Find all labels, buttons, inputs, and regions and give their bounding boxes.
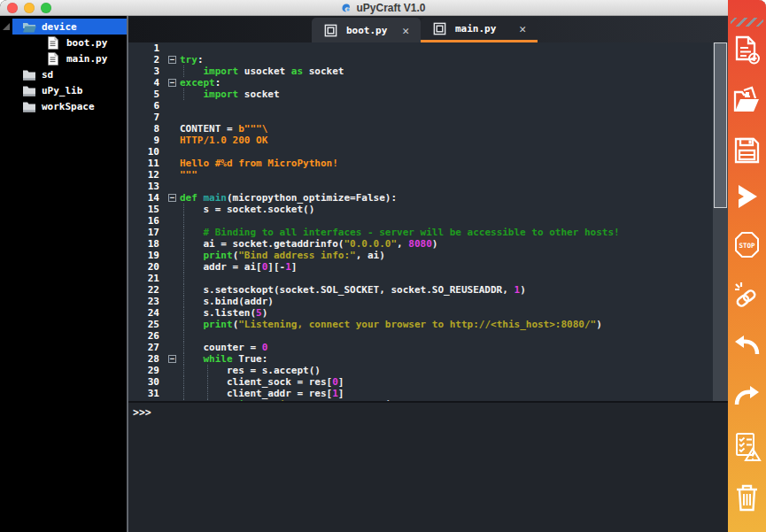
fold-marker-icon[interactable]: − [168, 79, 176, 87]
new-file-button[interactable] [732, 35, 762, 66]
line-number: 24 [128, 307, 166, 319]
code-line-24[interactable]: 24 s.listen(5) [128, 307, 728, 319]
editor-scrollbar[interactable] [713, 42, 728, 401]
redo-button[interactable] [732, 380, 762, 412]
sidebar-item-boot-py[interactable]: boot.py [0, 35, 127, 50]
line-number: 28 [128, 353, 166, 365]
code-line-1[interactable]: 1 [128, 42, 728, 54]
code-line-9[interactable]: 9HTTP/1.0 200 OK [128, 135, 728, 146]
traffic-lights [7, 3, 51, 13]
app-logo-icon [340, 2, 352, 13]
code-text: while True: [180, 353, 728, 365]
code-line-29[interactable]: 29 res = s.accept() [128, 365, 728, 376]
close-button[interactable] [7, 3, 18, 13]
code-line-26[interactable]: 26 [128, 330, 728, 342]
code-line-14[interactable]: 14−def main(micropython_optimize=False): [128, 192, 728, 204]
code-text: ai = socket.getaddrinfo("0.0.0.0", 8080) [180, 238, 728, 250]
line-number: 8 [128, 123, 166, 135]
fold-column: − [166, 54, 180, 66]
expand-caret-icon[interactable] [0, 23, 12, 30]
sidebar-item-uPy_lib[interactable]: uPy_lib [0, 82, 127, 98]
undo-button[interactable] [732, 329, 762, 361]
tree-row-body[interactable]: boot.py [12, 35, 127, 50]
code-line-28[interactable]: 28− while True: [128, 353, 728, 365]
tree-row-body[interactable]: workSpace [12, 98, 127, 114]
code-line-8[interactable]: 8CONTENT = b"""\ [128, 123, 728, 135]
code-line-7[interactable]: 7 [128, 112, 728, 123]
tab-label: main.py [455, 23, 496, 35]
code-line-2[interactable]: 2−try: [128, 54, 728, 66]
open-file-button[interactable] [732, 85, 762, 117]
repl-console[interactable]: >>> [128, 401, 728, 532]
code-line-10[interactable]: 10 [128, 146, 728, 158]
sidebar-item-sd[interactable]: sd [0, 66, 127, 82]
fold-column [166, 112, 180, 123]
tree-item-label: workSpace [42, 101, 95, 112]
code-text: try: [180, 54, 728, 66]
code-line-12[interactable]: 12""" [128, 169, 728, 181]
code-line-11[interactable]: 11Hello #%d from MicroPython! [128, 158, 728, 169]
code-text [180, 112, 728, 123]
fold-marker-icon[interactable]: − [168, 56, 176, 64]
code-line-16[interactable]: 16 [128, 215, 728, 227]
code-line-6[interactable]: 6 [128, 100, 728, 112]
code-line-22[interactable]: 22 s.setsockopt(socket.SOL_SOCKET, socke… [128, 284, 728, 296]
code-line-21[interactable]: 21 [128, 273, 728, 284]
tab-main-py[interactable]: main.py✕ [421, 18, 538, 42]
tree-row-body[interactable]: uPy_lib [12, 82, 127, 98]
code-text: print("Listening, connect your browser t… [180, 319, 728, 330]
code-line-17[interactable]: 17 # Binding to all interfaces - server … [128, 227, 728, 238]
sidebar-item-workSpace[interactable]: workSpace [0, 98, 127, 114]
code-line-19[interactable]: 19 print("Bind address info:", ai) [128, 250, 728, 261]
code-line-20[interactable]: 20 addr = ai[0][-1] [128, 261, 728, 273]
code-line-27[interactable]: 27 counter = 0 [128, 342, 728, 353]
code-text: import socket [180, 89, 728, 100]
code-line-25[interactable]: 25 print("Listening, connect your browse… [128, 319, 728, 330]
code-line-30[interactable]: 30 client_sock = res[0] [128, 376, 728, 388]
code-editor[interactable]: 12−try:3 import usocket as socket4−excep… [128, 42, 728, 401]
fold-column [166, 307, 180, 319]
tree-row-body[interactable]: device [12, 19, 127, 35]
line-number: 3 [128, 66, 166, 77]
tab-close-icon[interactable]: ✕ [519, 23, 526, 35]
fold-marker-icon[interactable]: − [168, 194, 176, 202]
save-file-button[interactable] [732, 135, 762, 166]
code-text: # Binding to all interfaces - server wil… [180, 227, 728, 238]
title-bar[interactable]: uPyCraft V1.0 [0, 0, 766, 16]
code-line-4[interactable]: 4−except: [128, 77, 728, 89]
line-number: 29 [128, 365, 166, 376]
sidebar-item-device[interactable]: device [0, 19, 127, 35]
stop-button[interactable]: STOP [732, 229, 762, 261]
code-text: counter = 0 [180, 342, 728, 353]
zoom-button[interactable] [41, 3, 51, 13]
sidebar-item-main-py[interactable]: main.py [0, 50, 127, 66]
indent-guide [183, 66, 184, 77]
code-text: Hello #%d from MicroPython! [180, 158, 728, 169]
code-line-5[interactable]: 5 import socket [128, 89, 728, 100]
tab-boot-py[interactable]: boot.py✕ [312, 18, 421, 42]
connect-button[interactable] [732, 280, 762, 312]
indent-guide [207, 365, 208, 376]
minimize-button[interactable] [24, 3, 35, 13]
syntax-check-button[interactable] [732, 431, 762, 463]
code-text [180, 273, 728, 284]
run-button[interactable] [732, 181, 762, 212]
code-line-18[interactable]: 18 ai = socket.getaddrinfo("0.0.0.0", 80… [128, 238, 728, 250]
scrollbar-thumb[interactable] [714, 42, 727, 208]
toolbar: STOP [728, 0, 766, 532]
code-line-31[interactable]: 31 client_addr = res[1] [128, 388, 728, 399]
code-line-15[interactable]: 15 s = socket.socket() [128, 204, 728, 215]
code-line-3[interactable]: 3 import usocket as socket [128, 66, 728, 77]
fold-marker-icon[interactable]: − [168, 355, 176, 363]
stitch-decoration-icon [731, 18, 763, 27]
tree-row-body[interactable]: main.py [12, 50, 127, 66]
fold-column: − [166, 192, 180, 204]
tree-row-body[interactable]: sd [12, 66, 127, 82]
code-line-13[interactable]: 13 [128, 181, 728, 192]
file-tree: deviceboot.pymain.pysduPy_libworkSpace [0, 19, 127, 114]
clear-button[interactable] [732, 482, 762, 513]
code-text: client_addr = res[1] [180, 388, 728, 399]
code-line-23[interactable]: 23 s.bind(addr) [128, 296, 728, 307]
indent-guide [183, 376, 184, 388]
tab-close-icon[interactable]: ✕ [402, 25, 409, 36]
